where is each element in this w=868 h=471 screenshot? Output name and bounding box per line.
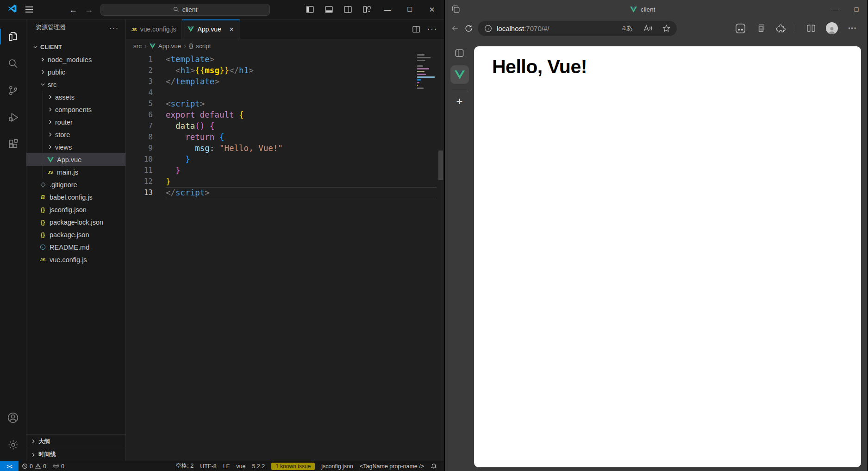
tag-hint-status[interactable]: <TagName prop-name />	[356, 461, 427, 471]
panel-timeline[interactable]: 时间线	[26, 448, 125, 461]
code-line-1[interactable]: 1<template>	[126, 54, 444, 65]
tree-item-babel-config-js[interactable]: Bbabel.config.js	[26, 191, 125, 203]
code-line-6[interactable]: 6export default {	[126, 109, 444, 120]
remote-indicator[interactable]: ><	[0, 461, 19, 471]
tree-root-client[interactable]: CLIENT	[26, 41, 125, 53]
close-tab-icon[interactable]: ✕	[229, 26, 234, 33]
code-line-10[interactable]: 10 }	[126, 154, 444, 165]
file-tree: CLIENTnode_modulespublicsrcassetscompone…	[26, 35, 125, 434]
vue-devtools-button[interactable]	[450, 65, 469, 84]
split-editor-icon[interactable]	[412, 26, 420, 33]
activity-run-debug[interactable]	[0, 104, 26, 131]
tree-item-vue-config-js[interactable]: JSvue.config.js	[26, 253, 125, 266]
notifications-bell-icon[interactable]	[427, 461, 440, 471]
known-issue-badge[interactable]: 1 known issue	[271, 463, 315, 470]
toggle-secondary-sidebar-icon[interactable]	[344, 6, 352, 13]
code-line-3[interactable]: 3</template>	[126, 76, 444, 87]
tree-item-views[interactable]: views	[26, 141, 125, 153]
code-line-7[interactable]: 7 data() {	[126, 120, 444, 132]
tree-item-package-json[interactable]: {}package.json	[26, 228, 125, 241]
tree-item-public[interactable]: public	[26, 66, 125, 78]
activity-explorer[interactable]	[0, 23, 26, 50]
eol-status[interactable]: LF	[220, 461, 233, 471]
browser-maximize-icon[interactable]: □	[846, 0, 867, 19]
maximize-icon[interactable]: ☐	[404, 6, 415, 13]
menu-icon[interactable]	[25, 6, 33, 13]
browser-minimize-icon[interactable]: —	[824, 0, 846, 19]
tree-item-src[interactable]: src	[26, 78, 125, 91]
add-sidebar-item-icon[interactable]: +	[456, 95, 462, 108]
customize-layout-icon[interactable]	[363, 6, 371, 13]
browser-refresh-icon[interactable]	[464, 24, 473, 33]
chevron-right-icon	[30, 438, 37, 445]
vue-favicon	[630, 6, 637, 13]
ports-status[interactable]: 0	[50, 461, 68, 471]
code-line-11[interactable]: 11 }	[126, 165, 444, 176]
close-icon[interactable]: ✕	[426, 6, 437, 14]
code-line-2[interactable]: 2 <h1>{{msg}}</h1>	[126, 65, 444, 76]
tree-item-components[interactable]: components	[26, 103, 125, 116]
toggle-panel-icon[interactable]	[325, 6, 333, 13]
tree-item-node-modules[interactable]: node_modules	[26, 53, 125, 66]
address-bar[interactable]: localhost:7070/#/ aあ	[478, 21, 677, 36]
tree-item-main-js[interactable]: JSmain.js	[26, 166, 125, 178]
tree-item-package-lock-json[interactable]: {}package-lock.json	[26, 216, 125, 228]
browser-essentials-icon[interactable]	[735, 23, 746, 34]
translate-icon[interactable]: aあ	[622, 24, 633, 32]
encoding-status[interactable]: UTF-8	[197, 461, 219, 471]
code-line-9[interactable]: 9 msg: "Hello, Vue!"	[126, 143, 444, 154]
tree-item-store[interactable]: store	[26, 128, 125, 141]
minimap[interactable]	[417, 54, 437, 90]
sidebar-toggle-icon[interactable]	[455, 49, 464, 57]
task-status[interactable]: jsconfig.json	[318, 461, 356, 471]
profile-avatar[interactable]	[826, 22, 838, 34]
tree-item--gitignore[interactable]: .gitignore	[26, 178, 125, 191]
editor-scrollbar[interactable]	[438, 151, 443, 180]
back-icon[interactable]: ←	[69, 6, 77, 14]
tab-vue-config-js[interactable]: JS vue.config.js	[126, 19, 182, 39]
activity-extensions[interactable]	[0, 131, 26, 157]
code-line-4[interactable]: 4	[126, 87, 444, 98]
code-line-13[interactable]: 13</script>	[126, 187, 444, 198]
forward-icon[interactable]: →	[85, 6, 93, 14]
breadcrumb[interactable]: src › App.vue › {} script	[126, 39, 444, 52]
warning-icon	[35, 463, 41, 469]
browser-extensions-icon[interactable]	[776, 24, 786, 33]
indentation-status[interactable]: 空格: 2	[172, 461, 197, 471]
split-screen-icon[interactable]	[806, 24, 816, 32]
account-icon[interactable]	[0, 404, 26, 431]
activity-source-control[interactable]	[0, 77, 26, 104]
read-aloud-icon[interactable]	[643, 25, 652, 32]
toggle-sidebar-icon[interactable]	[306, 6, 314, 13]
panel-outline[interactable]: 大纲	[26, 435, 125, 448]
activity-search[interactable]	[0, 50, 26, 77]
problems-status[interactable]: 0 0	[19, 461, 50, 471]
workspaces-icon[interactable]	[451, 5, 461, 14]
browser-more-icon[interactable]: ···	[848, 24, 857, 32]
collections-icon[interactable]	[756, 24, 766, 33]
code-line-12[interactable]: 12}	[126, 176, 444, 187]
browser-tab[interactable]: client	[461, 6, 824, 13]
command-center-search[interactable]: client	[100, 4, 270, 16]
tree-item-readme-md[interactable]: README.md	[26, 241, 125, 253]
code-line-8[interactable]: 8 return {	[126, 132, 444, 143]
tab-app-vue[interactable]: App.vue ✕	[182, 19, 240, 39]
tree-item-router[interactable]: router	[26, 116, 125, 128]
code-editor[interactable]: 1<template>2 <h1>{{msg}}</h1>3</template…	[126, 52, 444, 461]
browser-back-icon[interactable]	[450, 24, 460, 33]
tree-item-jsconfig-json[interactable]: {}jsconfig.json	[26, 203, 125, 216]
language-status[interactable]: vue	[233, 461, 249, 471]
explorer-more-icon[interactable]: ···	[109, 24, 119, 31]
url-text[interactable]: localhost:7070/#/	[497, 25, 549, 32]
tree-item-assets[interactable]: assets	[26, 91, 125, 103]
version-status[interactable]: 5.2.2	[249, 461, 268, 471]
vscode-window: ← → client — ☐ ✕	[0, 0, 445, 471]
tree-item-app-vue[interactable]: App.vue	[26, 153, 125, 166]
site-info-icon[interactable]	[484, 25, 492, 32]
editor-more-icon[interactable]: ···	[427, 25, 437, 33]
vscode-titlebar: ← → client — ☐ ✕	[0, 0, 444, 19]
code-line-5[interactable]: 5<script>	[126, 98, 444, 109]
settings-gear-icon[interactable]	[0, 431, 26, 458]
favorite-star-icon[interactable]	[662, 25, 670, 32]
minimize-icon[interactable]: —	[382, 6, 393, 13]
